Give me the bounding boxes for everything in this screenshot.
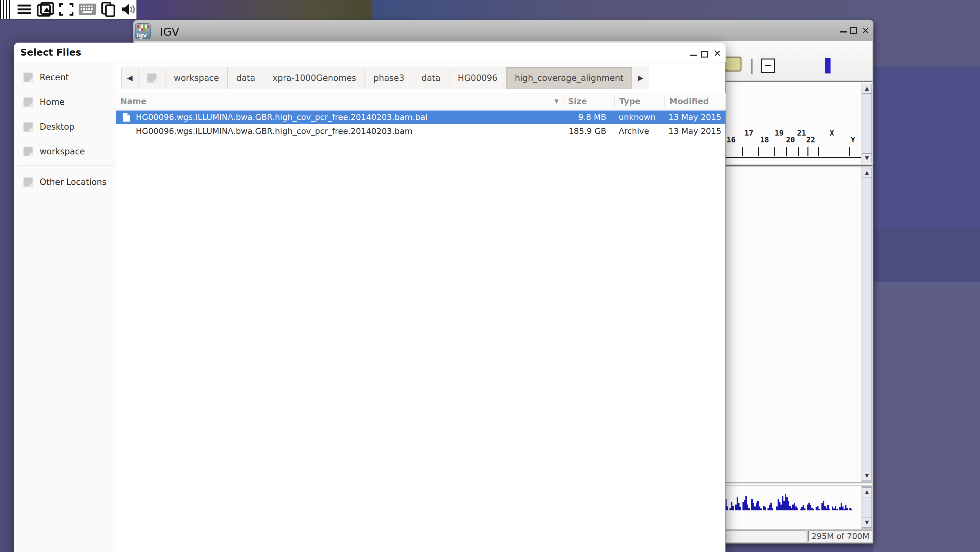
sidebar-item-recent[interactable]: Recent — [14, 67, 116, 88]
menu-icon[interactable] — [17, 4, 32, 15]
breadcrumb-data2[interactable]: data — [413, 67, 449, 89]
file-icon — [123, 113, 130, 121]
scroll-up-button[interactable]: ▲ — [862, 168, 872, 178]
igv-memory-indicator: 295M of 700M — [808, 531, 872, 542]
scroll-down-button[interactable]: ▼ — [862, 518, 872, 528]
scrollbar-thumb[interactable] — [862, 497, 872, 518]
column-header-type[interactable]: Type — [615, 93, 665, 110]
scroll-up-button[interactable]: ▲ — [862, 487, 872, 497]
breadcrumb-phase3[interactable]: phase3 — [365, 67, 413, 89]
sidebar-item-desktop[interactable]: Desktop — [14, 117, 116, 137]
dialog-sidebar: Recent Home Desktop workspace Other Loca… — [14, 62, 116, 552]
chromosome-label[interactable]: 20 — [786, 136, 795, 144]
breadcrumb-data[interactable]: data — [228, 67, 264, 89]
breadcrumb-workspace[interactable]: workspace — [165, 67, 228, 89]
taskbar — [0, 0, 137, 19]
breadcrumb-high-coverage-alignment[interactable]: high_coverage_alignment — [506, 67, 632, 89]
place-icon — [147, 73, 157, 83]
ideogram-tick — [758, 147, 759, 156]
copy-icon[interactable] — [101, 2, 116, 17]
scrollbar-thumb[interactable] — [862, 94, 872, 153]
photos-icon[interactable] — [37, 2, 54, 17]
wallpaper-top-strip — [133, 0, 874, 21]
sidebar-item-home[interactable]: Home — [14, 92, 116, 112]
ideogram-tick — [807, 147, 808, 156]
sidebar-item-workspace[interactable]: workspace — [14, 141, 116, 161]
chromosome-label[interactable]: 16 — [727, 136, 736, 144]
wallpaper-band — [873, 228, 980, 282]
scrollbar-thumb[interactable] — [862, 178, 872, 471]
ideogram-tick — [798, 147, 799, 156]
path-back-button[interactable]: ◀ — [121, 67, 138, 89]
dialog-close-icon[interactable]: ✕ — [714, 48, 721, 59]
ideogram-scrollbar[interactable]: ▲ ▼ — [861, 83, 872, 164]
igv-app-icon: igv — [135, 23, 151, 39]
igv-close-icon[interactable]: ✕ — [862, 26, 869, 36]
place-icon — [23, 147, 33, 156]
scroll-down-button[interactable]: ▼ — [862, 471, 872, 481]
dialog-titlebar[interactable] — [14, 43, 725, 62]
grip-icon[interactable] — [0, 0, 12, 19]
breadcrumb: ◀ workspace data xpra-1000Genomes phase3… — [121, 67, 649, 89]
wallpaper-band — [873, 67, 980, 228]
place-icon — [23, 97, 33, 107]
dialog-maximize-icon[interactable] — [701, 51, 708, 57]
column-header-size[interactable]: Size — [563, 93, 614, 110]
fullscreen-icon[interactable] — [59, 3, 73, 16]
chromosome-label[interactable]: 22 — [806, 136, 815, 144]
column-header-name[interactable]: Name ▼ — [116, 93, 563, 110]
ideogram-axis-line — [725, 157, 861, 158]
chromosome-label[interactable]: 18 — [760, 136, 769, 144]
column-header-modified[interactable]: Modified — [665, 93, 725, 110]
chromosome-label[interactable]: X — [830, 129, 834, 137]
ideogram-tick — [849, 147, 850, 156]
file-row[interactable]: HG00096.wgs.ILLUMINA.bwa.GBR.high_cov_pc… — [116, 124, 725, 138]
speaker-icon[interactable] — [121, 3, 136, 16]
chromosome-label[interactable]: Y — [851, 136, 855, 144]
cursor-marker — [825, 58, 830, 73]
path-forward-button[interactable]: ▶ — [632, 67, 649, 89]
ideogram-tick — [818, 147, 819, 156]
igv-maximize-icon[interactable] — [850, 27, 857, 34]
place-icon — [23, 177, 33, 187]
wallpaper-band — [873, 282, 980, 552]
coverage-panel-scrollbar[interactable]: ▲ ▼ — [861, 487, 872, 529]
ideogram-tick — [786, 147, 787, 156]
toolbar-separator — [751, 59, 752, 74]
igv-icon-text: igv — [137, 32, 147, 38]
place-icon — [23, 122, 33, 132]
chromosome-label[interactable]: 21 — [797, 129, 806, 137]
scroll-up-button[interactable]: ▲ — [862, 84, 872, 94]
path-root-button[interactable] — [138, 67, 165, 89]
sidebar-item-other-locations[interactable]: Other Locations — [14, 172, 116, 192]
list-header: Name ▼ Size Type Modified — [116, 93, 725, 110]
region-of-interest-icon[interactable] — [761, 59, 775, 73]
igv-minimize-icon[interactable] — [840, 31, 847, 32]
wallpaper-band — [873, 0, 980, 67]
place-icon — [23, 72, 33, 82]
chromosome-label[interactable]: 19 — [775, 129, 784, 137]
dialog-minimize-icon[interactable] — [690, 54, 697, 56]
breadcrumb-hg00096[interactable]: HG00096 — [449, 67, 506, 89]
ideogram-tick — [774, 147, 775, 156]
chromosome-label[interactable]: 17 — [745, 129, 754, 137]
ideogram-tick — [742, 147, 743, 156]
keyboard-icon[interactable] — [79, 3, 96, 15]
igv-window-title: IGV — [160, 26, 179, 38]
dialog-title: Select Files — [20, 47, 81, 58]
data-panel-scrollbar[interactable]: ▲ ▼ — [861, 167, 872, 482]
sort-descending-icon: ▼ — [554, 98, 558, 104]
breadcrumb-xpra-1000genomes[interactable]: xpra-1000Genomes — [264, 67, 365, 89]
coverage-histogram — [725, 488, 855, 511]
file-row-selected[interactable]: HG00096.wgs.ILLUMINA.bwa.GBR.high_cov_pc… — [116, 110, 725, 124]
sidebar-separator — [18, 166, 113, 166]
igv-titlebar[interactable] — [133, 20, 873, 41]
scroll-down-button[interactable]: ▼ — [862, 153, 872, 163]
